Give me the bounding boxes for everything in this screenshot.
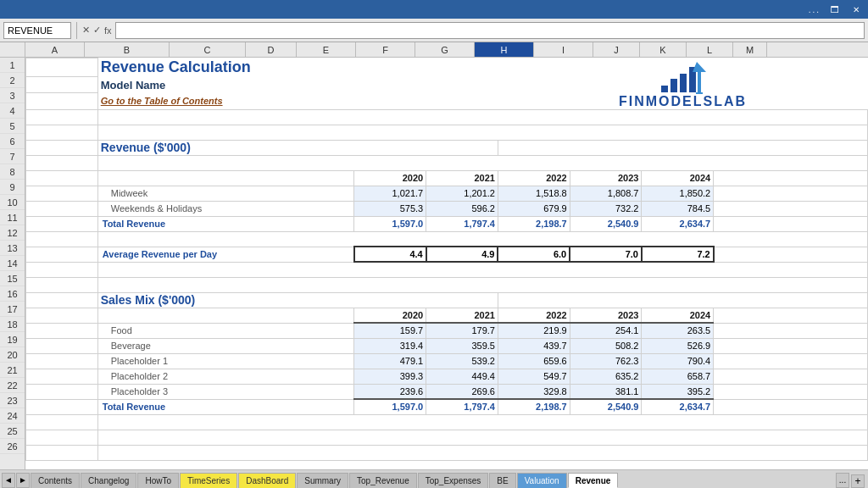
ph3-2024[interactable]: 395.2 xyxy=(642,384,714,399)
svg-rect-1 xyxy=(670,79,677,92)
row-7-content xyxy=(26,155,868,170)
food-2022[interactable]: 219.9 xyxy=(498,323,570,338)
tab-contents[interactable]: Contents xyxy=(31,473,80,488)
ph2-2023[interactable]: 635.2 xyxy=(570,369,642,384)
bev-2023[interactable]: 508.2 xyxy=(570,338,642,353)
food-2024[interactable]: 263.5 xyxy=(642,323,714,338)
cell-empty13 xyxy=(714,247,868,262)
ph3-2022[interactable]: 329.8 xyxy=(498,384,570,399)
year2-2020: 2020 xyxy=(354,308,426,323)
ph3-2021[interactable]: 269.6 xyxy=(426,384,498,399)
tab-next-button[interactable]: ► xyxy=(16,473,30,488)
col-header-C[interactable]: C xyxy=(170,42,246,57)
col-header-D[interactable]: D xyxy=(246,42,297,57)
tab-changelog[interactable]: Changelog xyxy=(81,473,136,488)
bev-2022[interactable]: 439.7 xyxy=(498,338,570,353)
row-25-content xyxy=(26,430,868,445)
tab-prev-button[interactable]: ◄ xyxy=(2,473,15,488)
tab-timeseries[interactable]: TimeSeries xyxy=(180,473,237,488)
tab-howto[interactable]: HowTo xyxy=(137,473,179,488)
tab-top-expenses[interactable]: Top_Expenses xyxy=(418,473,489,488)
cell-title: Revenue Calculation xyxy=(97,58,498,77)
row-5-content xyxy=(26,125,868,140)
cell-A8 xyxy=(26,170,98,186)
cell-A5 xyxy=(26,125,98,140)
ph1-2022[interactable]: 659.6 xyxy=(498,353,570,369)
cell-empty17 xyxy=(714,308,868,323)
col-header-M[interactable]: M xyxy=(733,42,767,57)
ph1-2024[interactable]: 790.4 xyxy=(642,353,714,369)
weekends-label: Weekends & Holidays xyxy=(97,201,354,216)
ph1-2020[interactable]: 479.1 xyxy=(354,353,426,369)
ph2-2021[interactable]: 449.4 xyxy=(426,369,498,384)
food-2020[interactable]: 159.7 xyxy=(354,323,426,338)
midweek-2021[interactable]: 1,201.2 xyxy=(426,186,498,201)
row-21-content: Placeholder 2 399.3 449.4 549.7 635.2 65… xyxy=(26,369,868,384)
col-header-E[interactable]: E xyxy=(297,42,356,57)
tab-revenue[interactable]: Revenue xyxy=(568,473,619,488)
midweek-2020[interactable]: 1,021.7 xyxy=(354,186,426,201)
col-header-F[interactable]: F xyxy=(356,42,415,57)
tab-summary[interactable]: Summary xyxy=(297,473,348,488)
col-header-K[interactable]: K xyxy=(640,42,687,57)
close-button[interactable]: ✕ xyxy=(849,3,863,16)
bev-2021[interactable]: 359.5 xyxy=(426,338,498,353)
ph1-2023[interactable]: 762.3 xyxy=(570,353,642,369)
tab-valuation[interactable]: Valuation xyxy=(517,473,567,488)
weekends-2024[interactable]: 784.5 xyxy=(642,201,714,216)
col-header-J[interactable]: J xyxy=(593,42,640,57)
cell-link[interactable]: Go to the Table of Contents xyxy=(97,93,498,109)
title-bar-dots: ... xyxy=(809,5,821,14)
logo-text: FINMODELSLAB xyxy=(619,94,747,109)
ph2-2020[interactable]: 399.3 xyxy=(354,369,426,384)
ph3-2020[interactable]: 239.6 xyxy=(354,384,426,399)
bev-2020[interactable]: 319.4 xyxy=(354,338,426,353)
total-rev1-2024: 2,634.7 xyxy=(642,216,714,231)
cancel-icon[interactable]: ✕ xyxy=(82,25,90,36)
col-header-I[interactable]: I xyxy=(534,42,593,57)
weekends-2022[interactable]: 679.9 xyxy=(498,201,570,216)
cell-empty12 xyxy=(97,231,867,247)
cell-A22 xyxy=(26,384,98,399)
food-2023[interactable]: 254.1 xyxy=(570,323,642,338)
col-header-B[interactable]: B xyxy=(85,42,170,57)
corner-cell xyxy=(0,42,25,57)
cell-A12 xyxy=(26,231,98,247)
row-18: 18 xyxy=(0,317,25,332)
weekends-2023[interactable]: 732.2 xyxy=(570,201,642,216)
midweek-2023[interactable]: 1,808.7 xyxy=(570,186,642,201)
ph3-2023[interactable]: 381.1 xyxy=(570,384,642,399)
avg-2022: 6.0 xyxy=(498,247,570,262)
formula-input[interactable] xyxy=(115,22,865,39)
row-7: 7 xyxy=(0,149,25,164)
ph2-2022[interactable]: 549.7 xyxy=(498,369,570,384)
col-header-L[interactable]: L xyxy=(687,42,733,57)
tab-top-revenue[interactable]: Top_Revenue xyxy=(349,473,417,488)
weekends-2021[interactable]: 596.2 xyxy=(426,201,498,216)
weekends-2020[interactable]: 575.3 xyxy=(354,201,426,216)
tab-be[interactable]: BE xyxy=(489,473,515,488)
row-5: 5 xyxy=(0,119,25,134)
formula-divider xyxy=(76,22,77,39)
row-18-content: Food 159.7 179.7 219.9 254.1 263.5 xyxy=(26,323,868,338)
cell-A9 xyxy=(26,186,98,201)
fx-icon[interactable]: fx xyxy=(104,25,112,36)
tab-dashboard[interactable]: DashBoard xyxy=(238,473,296,488)
name-box[interactable] xyxy=(3,22,71,39)
food-2021[interactable]: 179.7 xyxy=(426,323,498,338)
col-header-H[interactable]: H xyxy=(475,42,534,57)
tab-overflow-button[interactable]: ... xyxy=(836,473,849,488)
bev-2024[interactable]: 526.9 xyxy=(642,338,714,353)
col-header-G[interactable]: G xyxy=(415,42,475,57)
add-sheet-button[interactable]: + xyxy=(851,474,865,488)
col-header-A[interactable]: A xyxy=(25,42,85,57)
restore-button[interactable]: 🗖 xyxy=(827,3,843,16)
cell-A20 xyxy=(26,353,98,369)
confirm-icon[interactable]: ✓ xyxy=(93,25,101,36)
year-2024: 2024 xyxy=(642,170,714,186)
ph2-2024[interactable]: 658.7 xyxy=(642,369,714,384)
midweek-2022[interactable]: 1,518.8 xyxy=(498,186,570,201)
ph1-2021[interactable]: 539.2 xyxy=(426,353,498,369)
row-23-content: Total Revenue 1,597.0 1,797.4 2,198.7 2,… xyxy=(26,399,868,414)
midweek-2024[interactable]: 1,850.2 xyxy=(642,186,714,201)
